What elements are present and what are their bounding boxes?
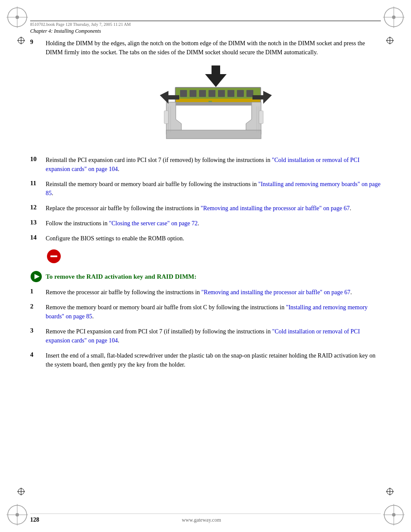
step-12: 12 Replace the processor air baffle by f…	[30, 204, 381, 213]
step-10: 10 Reinstall the PCI expansion card into…	[30, 156, 381, 174]
svg-rect-35	[209, 90, 215, 97]
dimm-illustration	[47, 63, 381, 147]
header-bar: 8510702.book Page 128 Thursday, July 7, …	[30, 21, 381, 27]
chapter-heading: Chapter 4: Installing Components	[30, 28, 101, 34]
step-13-number: 13	[30, 219, 46, 226]
svg-rect-33	[190, 90, 196, 97]
removal-step-3-link[interactable]: "Cold installation or removal of PCI exp…	[46, 328, 360, 344]
svg-rect-36	[218, 90, 225, 97]
svg-rect-42	[176, 102, 252, 106]
step-11-text: Reinstall the memory board or memory boa…	[46, 180, 381, 198]
step-11-link[interactable]: "Installing and removing memory boards" …	[46, 181, 380, 196]
removal-step-3-number: 3	[30, 327, 46, 334]
page-container: 8510702.book Page 128 Thursday, July 7, …	[0, 0, 411, 532]
step-9: 9 Holding the DIMM by the edges, align t…	[30, 39, 381, 57]
removal-step-1-link[interactable]: "Removing and installing the processor a…	[201, 289, 350, 296]
section-title: To remove the RAID activation key and RA…	[46, 273, 196, 280]
header-filename: 8510702.book Page 128 Thursday, July 7, …	[30, 22, 131, 27]
step-9-text: Holding the DIMM by the edges, align the…	[46, 39, 381, 57]
removal-step-2-link[interactable]: "Installing and removing memory boards" …	[46, 304, 367, 320]
dimm-svg	[145, 63, 283, 145]
corner-mark-tr	[381, 4, 407, 30]
removal-step-1-number: 1	[30, 288, 46, 295]
removal-step-3-text: Remove the PCI expansion card from PCI s…	[46, 327, 381, 345]
step-13-link[interactable]: "Closing the server case" on page 72	[109, 220, 198, 227]
removal-step-2-text: Remove the memory board or memory board …	[46, 303, 381, 321]
removal-step-4: 4 Insert the end of a small, flat-bladed…	[30, 351, 381, 369]
svg-marker-28	[205, 65, 227, 87]
removal-step-1: 1 Remove the processor air baffle by fol…	[30, 288, 381, 297]
section-heading: To remove the RAID activation key and RA…	[30, 271, 381, 283]
svg-rect-38	[237, 90, 244, 97]
removal-step-2: 2 Remove the memory board or memory boar…	[30, 303, 381, 321]
svg-rect-39	[246, 90, 253, 97]
removal-step-1-text: Remove the processor air baffle by follo…	[46, 288, 381, 297]
crosshair-bottom-left	[17, 488, 25, 495]
removal-step-4-number: 4	[30, 351, 46, 358]
svg-point-15	[392, 513, 395, 516]
step-12-link[interactable]: "Removing and installing the processor a…	[201, 205, 350, 212]
step-13-text: Follow the instructions in "Closing the …	[46, 219, 381, 228]
step-13: 13 Follow the instructions in "Closing t…	[30, 219, 381, 228]
svg-rect-52	[50, 255, 57, 257]
svg-rect-34	[199, 90, 206, 97]
svg-rect-41	[166, 130, 261, 139]
svg-point-3	[16, 16, 19, 19]
step-14: 14 Configure the BIOS settings to enable…	[30, 234, 381, 243]
removal-step-2-number: 2	[30, 303, 46, 310]
step-9-number: 9	[30, 39, 46, 46]
removal-step-4-text: Insert the end of a small, flat-bladed s…	[46, 351, 381, 369]
svg-rect-37	[227, 90, 234, 97]
crosshair-top-right	[386, 37, 394, 44]
svg-rect-32	[180, 90, 187, 97]
stop-icon	[47, 249, 61, 264]
crosshair-bottom-right	[386, 488, 394, 495]
main-content: 9 Holding the DIMM by the edges, align t…	[30, 39, 381, 498]
step-11-number: 11	[30, 180, 46, 187]
removal-step-3: 3 Remove the PCI expansion card from PCI…	[30, 327, 381, 345]
svg-point-11	[16, 513, 19, 516]
svg-point-7	[392, 16, 395, 19]
corner-mark-br	[381, 502, 407, 528]
page-number: 128	[30, 516, 39, 523]
step-10-number: 10	[30, 156, 46, 163]
step-14-number: 14	[30, 234, 46, 241]
footer-url: www.gateway.com	[182, 517, 221, 523]
footer: 128 www.gateway.com	[30, 513, 381, 523]
svg-rect-44	[259, 111, 263, 124]
corner-mark-bl	[4, 502, 30, 528]
svg-rect-43	[164, 111, 168, 124]
corner-mark-tl	[4, 4, 30, 30]
step-10-text: Reinstall the PCI expansion card into PC…	[46, 156, 381, 174]
crosshair-top-left	[17, 37, 25, 44]
step-12-number: 12	[30, 204, 46, 211]
step-12-text: Replace the processor air baffle by foll…	[46, 204, 381, 213]
play-icon	[30, 271, 42, 283]
stop-symbol-container	[47, 249, 381, 265]
step-11: 11 Reinstall the memory board or memory …	[30, 180, 381, 198]
step-14-text: Configure the BIOS settings to enable th…	[46, 234, 381, 243]
step-10-link[interactable]: "Cold installation or removal of PCI exp…	[46, 157, 360, 172]
